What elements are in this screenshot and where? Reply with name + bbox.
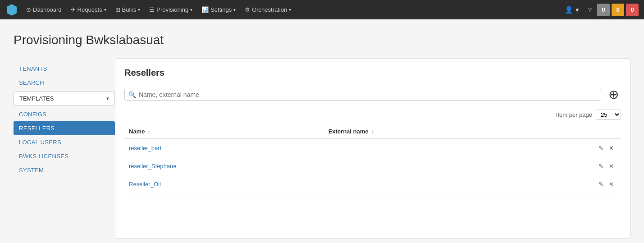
sidebar-item-templates[interactable]: TEMPLATES ▾ [14,92,115,105]
nav-requests[interactable]: ✈ Requests ▾ [66,0,111,19]
user-menu[interactable]: 👤 ▾ [561,0,582,19]
settings-icon: 📊 [201,6,209,13]
table-row: reseller_Stephane✎✕ [124,157,621,175]
search-row: 🔍 ⊕ [124,87,621,102]
nav-dashboard[interactable]: ⊙ Dashboard [22,0,66,19]
edit-button[interactable]: ✎ [596,162,606,170]
edit-button[interactable]: ✎ [596,144,606,152]
row-action-cell: ✎✕ [516,157,621,175]
help-button[interactable]: ? [585,0,595,19]
sidebar-item-local-users[interactable]: LOCAL USERS [14,135,115,149]
badge-orange[interactable]: 0 [612,4,624,16]
col-header-name[interactable]: Name ↕ [124,124,324,139]
row-name-link[interactable]: Reseller_Oli [129,181,161,188]
add-icon: ⊕ [608,88,619,101]
nav-right: 👤 ▾ ? 0 0 0 [561,0,639,19]
content-area: Resellers 🔍 ⊕ Item per page 25 50 100 [115,58,630,238]
nav-settings[interactable]: 📊 Settings ▾ [197,0,240,19]
orchestration-caret: ▾ [289,7,291,12]
nav-settings-label: Settings [210,6,232,13]
table-row: Reseller_Oli✎✕ [124,175,621,193]
dashboard-icon: ⊙ [26,6,31,13]
nav-bulks-label: Bulks [122,6,137,13]
delete-button[interactable]: ✕ [606,162,617,170]
sidebar-item-search[interactable]: SEARCH [14,76,115,90]
svg-marker-0 [7,4,17,16]
search-icon: 🔍 [128,91,136,98]
row-name-link[interactable]: reseller_bart [129,145,161,151]
page-title: Provisioning Bwkslabasuat [14,33,630,47]
row-name-cell: reseller_bart [124,139,324,157]
sidebar: TENANTS SEARCH TEMPLATES ▾ CONFIGS RESEL… [14,58,115,238]
sidebar-item-bwks-licenses[interactable]: BWKS LICENSES [14,149,115,163]
sidebar-item-system[interactable]: SYSTEM [14,163,115,177]
requests-icon: ✈ [71,6,76,13]
row-external-name-cell [324,139,516,157]
sidebar-item-tenants[interactable]: TENANTS [14,62,115,76]
settings-caret: ▾ [233,7,236,12]
edit-button[interactable]: ✎ [596,180,606,188]
bulks-caret: ▾ [138,7,140,12]
row-action-cell: ✎✕ [516,175,621,193]
orchestration-icon: ⚙ [245,6,250,13]
content-title: Resellers [124,68,621,78]
provisioning-caret: ▾ [190,7,192,12]
main-layout: TENANTS SEARCH TEMPLATES ▾ CONFIGS RESEL… [14,58,630,238]
page-wrapper: Provisioning Bwkslabasuat TENANTS SEARCH… [0,19,644,238]
items-per-page-row: Item per page 25 50 100 [124,110,621,120]
external-name-sort-icon: ↕ [371,129,374,134]
provisioning-icon: ☰ [149,6,155,13]
sidebar-item-resellers[interactable]: RESELLERS [14,121,115,135]
add-reseller-button[interactable]: ⊕ [606,87,621,102]
search-box-container: 🔍 [124,89,601,101]
row-external-name-cell [324,175,516,193]
nav-provisioning-label: Provisioning [156,6,188,13]
templates-arrow: ▾ [106,96,109,101]
navbar: ⊙ Dashboard ✈ Requests ▾ ⊞ Bulks ▾ ☰ Pro… [0,0,644,19]
nav-orchestration-label: Orchestration [252,6,287,13]
row-name-link[interactable]: reseller_Stephane [129,163,177,170]
row-external-name-cell [324,157,516,175]
delete-button[interactable]: ✕ [606,144,617,152]
sidebar-item-configs[interactable]: CONFIGS [14,107,115,121]
row-action-cell: ✎✕ [516,139,621,157]
nav-orchestration[interactable]: ⚙ Orchestration ▾ [240,0,296,19]
nav-requests-label: Requests [78,6,102,13]
delete-button[interactable]: ✕ [606,180,617,188]
items-per-page-label: Item per page [556,111,592,118]
name-sort-icon: ↕ [148,129,151,134]
search-input[interactable] [139,91,597,98]
row-name-cell: Reseller_Oli [124,175,324,193]
table-row: reseller_bart✎✕ [124,139,621,157]
bulks-icon: ⊞ [115,6,120,13]
items-per-page-select[interactable]: 25 50 100 [596,110,621,120]
table-header-row: Name ↕ External name ↕ [124,124,621,139]
brand-logo[interactable] [5,4,18,16]
badge-red[interactable]: 0 [626,4,639,16]
row-name-cell: reseller_Stephane [124,157,324,175]
hex-icon [5,4,18,16]
requests-caret: ▾ [104,7,106,12]
col-header-external-name[interactable]: External name ↕ [324,124,516,139]
badge-gray[interactable]: 0 [597,4,610,16]
nav-provisioning[interactable]: ☰ Provisioning ▾ [145,0,197,19]
nav-dashboard-label: Dashboard [33,6,62,13]
nav-bulks[interactable]: ⊞ Bulks ▾ [111,0,145,19]
resellers-table: Name ↕ External name ↕ reseller_bart✎✕re… [124,124,621,193]
